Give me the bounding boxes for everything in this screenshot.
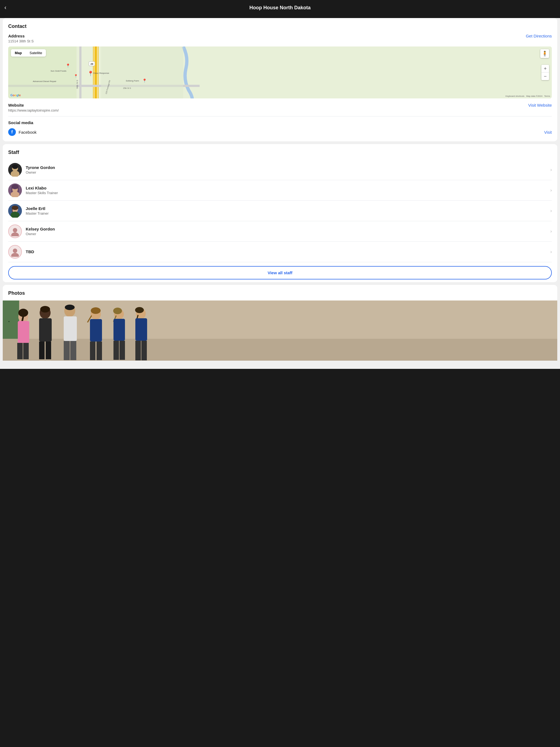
- svg-text:Advanced Diesel Repair: Advanced Diesel Repair: [33, 80, 56, 83]
- svg-rect-77: [135, 341, 141, 360]
- chevron-tyrone: ›: [551, 168, 552, 172]
- staff-info-joelle: Joelle Ertl Master Trainer: [26, 206, 49, 215]
- svg-rect-30: [11, 187, 12, 192]
- avatar-tyrone: [8, 163, 22, 177]
- map-terms: Terms: [544, 95, 550, 97]
- svg-text:Clean Response: Clean Response: [93, 72, 109, 74]
- svg-point-46: [18, 309, 28, 317]
- svg-rect-66: [97, 341, 102, 360]
- avatar-tbd: [8, 245, 22, 259]
- svg-rect-71: [113, 341, 119, 360]
- website-group: Website https://www.iaplaytoinspire.com/: [8, 103, 59, 112]
- website-label: Website: [8, 103, 59, 107]
- avatar-lexi: [8, 183, 22, 197]
- svg-point-62: [91, 307, 101, 314]
- svg-rect-31: [18, 187, 19, 192]
- map-data-text: Map data ©2024: [526, 95, 542, 97]
- social-media-group: Social media f Facebook Visit: [8, 120, 552, 136]
- svg-text:📍: 📍: [74, 74, 78, 78]
- content: Contact Address 11514 38th St S Get Dire…: [0, 18, 560, 369]
- svg-point-35: [12, 206, 18, 210]
- divider-1: [8, 116, 552, 117]
- get-directions-link[interactable]: Get Directions: [526, 34, 552, 38]
- zoom-in-button[interactable]: +: [541, 65, 549, 73]
- svg-point-38: [11, 232, 19, 236]
- staff-info-tbd: TBD: [26, 249, 34, 255]
- avatar-kelsey: [8, 225, 22, 238]
- staff-name-kelsey: Kelsey Gordon: [26, 227, 55, 231]
- address-group: Address 11514 38th St S: [8, 34, 34, 43]
- staff-item-tbd[interactable]: TBD ›: [8, 242, 552, 262]
- svg-text:Sun Gold Foods: Sun Gold Foods: [51, 70, 67, 72]
- keyboard-shortcuts: Keyboard shortcuts: [506, 95, 525, 97]
- staff-left-kelsey: Kelsey Gordon Owner: [8, 225, 55, 238]
- svg-text:29: 29: [91, 62, 93, 66]
- staff-info-lexi: Lexi Klabo Master Skills Trainer: [26, 186, 58, 195]
- svg-rect-48: [18, 321, 29, 343]
- staff-item-joelle[interactable]: Joelle Ertl Master Trainer ›: [8, 201, 552, 221]
- svg-text:Solberg Farm: Solberg Farm: [126, 80, 139, 82]
- chevron-tbd: ›: [551, 249, 552, 254]
- svg-rect-54: [39, 341, 45, 359]
- svg-rect-60: [70, 341, 76, 360]
- staff-role-kelsey: Owner: [26, 232, 55, 236]
- photos-image[interactable]: ●: [3, 301, 557, 361]
- staff-item-tyrone[interactable]: Tyrone Gordon Owner ›: [8, 160, 552, 180]
- map-footer: Keyboard shortcuts Map data ©2024 Terms: [506, 95, 550, 97]
- view-all-staff-button[interactable]: View all staff: [8, 266, 552, 279]
- visit-website-link[interactable]: Visit Website: [528, 103, 552, 107]
- staff-item-lexi[interactable]: Lexi Klabo Master Skills Trainer ›: [8, 180, 552, 201]
- staff-left-joelle: Joelle Ertl Master Trainer: [8, 204, 49, 217]
- svg-point-29: [11, 184, 19, 189]
- facebook-label: Facebook: [19, 130, 36, 134]
- staff-left-lexi: Lexi Klabo Master Skills Trainer: [8, 183, 58, 197]
- svg-point-74: [135, 307, 144, 313]
- svg-rect-65: [90, 341, 96, 360]
- svg-text:📍: 📍: [66, 63, 71, 68]
- svg-point-39: [13, 249, 17, 253]
- svg-text:📍: 📍: [142, 78, 147, 83]
- svg-point-37: [13, 228, 17, 232]
- svg-point-52: [40, 306, 50, 312]
- header: ‹ Hoop House North Dakota: [0, 0, 560, 15]
- staff-card: Staff Tyrone Gordon Owner ›: [3, 144, 557, 282]
- address-label: Address: [8, 34, 34, 38]
- chevron-joelle: ›: [551, 208, 552, 213]
- website-url[interactable]: https://www.iaplaytoinspire.com/: [8, 108, 59, 112]
- zoom-out-button[interactable]: −: [541, 73, 549, 80]
- street-view-icon[interactable]: 🧍: [540, 49, 549, 58]
- staff-item-kelsey[interactable]: Kelsey Gordon Owner ›: [8, 221, 552, 242]
- map-container[interactable]: Map Satellite 🧍: [8, 47, 552, 98]
- page-title: Hoop House North Dakota: [4, 5, 556, 11]
- contact-section-title: Contact: [8, 24, 552, 29]
- svg-point-40: [11, 253, 19, 257]
- svg-rect-59: [64, 341, 70, 360]
- svg-rect-4: [79, 47, 81, 98]
- photos-card: Photos ●: [3, 285, 557, 361]
- contact-card: Contact Address 11514 38th St S Get Dire…: [3, 18, 557, 141]
- svg-rect-42: [3, 301, 557, 339]
- staff-name-tyrone: Tyrone Gordon: [26, 165, 55, 170]
- svg-rect-64: [90, 319, 102, 341]
- svg-rect-7: [101, 47, 183, 98]
- staff-info-kelsey: Kelsey Gordon Owner: [26, 227, 55, 236]
- map-tab-map[interactable]: Map: [11, 49, 26, 57]
- staff-info-tyrone: Tyrone Gordon Owner: [26, 165, 55, 175]
- staff-role-tyrone: Owner: [26, 170, 55, 175]
- svg-point-25: [12, 164, 18, 169]
- staff-name-tbd: TBD: [26, 249, 34, 254]
- google-logo: Google: [10, 94, 21, 97]
- staff-name-joelle: Joelle Ertl: [26, 206, 49, 211]
- address-value: 11514 38th St S: [8, 39, 34, 43]
- facebook-visit-link[interactable]: Visit: [544, 130, 552, 134]
- back-button[interactable]: ‹: [4, 4, 6, 11]
- bottom-spacer: [0, 363, 560, 369]
- chevron-lexi: ›: [551, 188, 552, 193]
- map-background: 29 📍 Sun Gold Foods 📍 Advanced Diesel Re…: [8, 47, 552, 98]
- map-tab-satellite[interactable]: Satellite: [26, 49, 46, 57]
- social-row: f Facebook Visit: [8, 128, 552, 136]
- svg-rect-76: [135, 318, 147, 341]
- svg-rect-53: [39, 318, 52, 341]
- svg-point-57: [65, 305, 75, 310]
- staff-role-joelle: Master Trainer: [26, 211, 49, 215]
